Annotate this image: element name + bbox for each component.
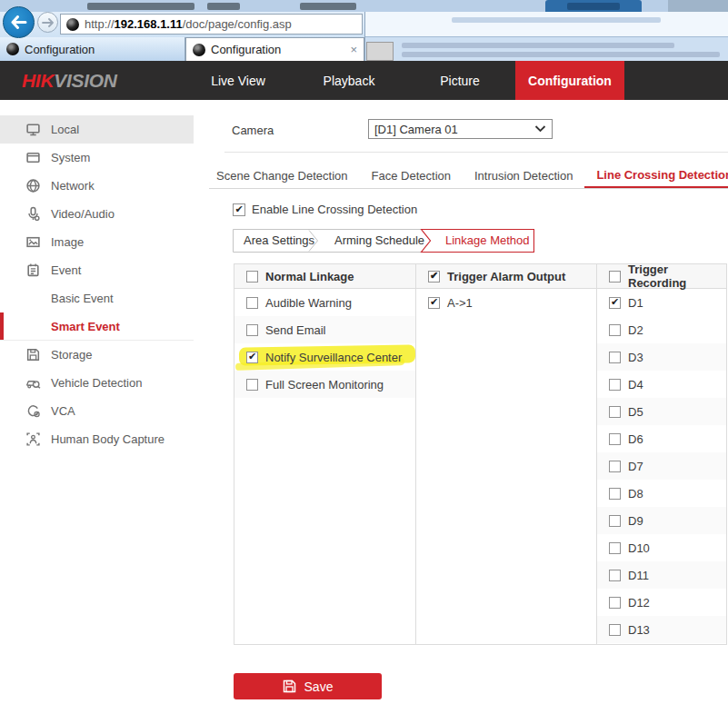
column-header: Normal Linkage: [234, 264, 415, 289]
row-checkbox[interactable]: [609, 488, 621, 500]
column-header-checkbox[interactable]: [609, 271, 621, 283]
camera-select[interactable]: [D1] Camera 01: [368, 119, 553, 139]
row-checkbox[interactable]: [246, 324, 258, 336]
sidebar-item-vehicle-detection[interactable]: Vehicle Detection: [0, 369, 194, 397]
sidebar-item-system[interactable]: System: [0, 144, 194, 172]
row-d4: D4: [597, 371, 726, 398]
column-rows: D1 D2 D3 D4 D5 D6 D7 D8: [597, 289, 726, 643]
row-checkbox[interactable]: [609, 324, 621, 336]
address-bar[interactable]: http://192.168.1.11/doc/page/config.asp: [60, 14, 363, 35]
enable-checkbox[interactable]: [233, 203, 245, 216]
row-label: A->1: [447, 296, 473, 310]
column-header-label: Normal Linkage: [265, 270, 354, 283]
row-checkbox[interactable]: [609, 461, 621, 472]
step-arming-schedule[interactable]: Arming Schedule: [334, 233, 424, 247]
vehicle-icon: [25, 375, 41, 391]
save-button[interactable]: Save: [234, 673, 382, 699]
row-checkbox[interactable]: [609, 406, 621, 418]
column-rows: Audible Warning Send Email Notify Survei…: [234, 289, 415, 398]
column-trigger-recording: Trigger Recording D1 D2 D3 D4 D5 D6 D7: [597, 264, 726, 644]
tab-scene-change-detection[interactable]: Scene Change Detection: [216, 164, 360, 188]
main-content: Camera [D1] Camera 01 Scene Change Detec…: [194, 100, 728, 704]
sidebar-item-smart-event[interactable]: Smart Event: [0, 312, 194, 341]
browser-forward-button[interactable]: [37, 12, 58, 33]
row-checkbox[interactable]: [609, 297, 621, 309]
row-checkbox[interactable]: [609, 597, 621, 609]
row-checkbox[interactable]: [246, 379, 258, 391]
row-label: D9: [628, 514, 643, 528]
browser-back-button[interactable]: [3, 6, 35, 38]
enable-label: Enable Line Crossing Detection: [252, 203, 417, 216]
column-header-checkbox[interactable]: [246, 271, 258, 283]
background-window-title: [87, 3, 194, 10]
row-label: Full Screen Monitoring: [265, 378, 384, 392]
app-navbar: HIKVISION Live ViewPlaybackPictureConfig…: [0, 61, 728, 100]
nav-item-live-view[interactable]: Live View: [183, 61, 294, 100]
sidebar-item-storage[interactable]: Storage: [0, 341, 194, 369]
background-window-edge: [668, 0, 728, 12]
row-checkbox[interactable]: [609, 624, 621, 636]
sidebar-item-human-body-capture[interactable]: Human Body Capture: [0, 425, 194, 453]
row-label: D3: [628, 351, 643, 364]
enable-row: Enable Line Crossing Detection: [233, 203, 417, 216]
vca-icon: [25, 403, 41, 419]
row-d1: D1: [597, 289, 726, 316]
tab-title: Configuration: [25, 43, 95, 56]
monitor-icon: [25, 122, 41, 137]
row-d13: D13: [597, 616, 726, 643]
nav-item-picture[interactable]: Picture: [404, 61, 515, 100]
row-checkbox[interactable]: [609, 570, 621, 581]
sidebar-item-vca[interactable]: VCA: [0, 397, 194, 425]
column-header-checkbox[interactable]: [428, 271, 440, 283]
row-checkbox[interactable]: [246, 352, 258, 363]
sidebar-item-label: Image: [51, 235, 84, 249]
sidebar-item-label: Event: [51, 263, 81, 277]
row-d2: D2: [597, 316, 726, 343]
row-checkbox[interactable]: [609, 433, 621, 445]
row-checkbox[interactable]: [428, 297, 440, 309]
sidebar-item-video-audio[interactable]: Video/Audio: [0, 200, 194, 228]
sidebar-item-local[interactable]: Local: [0, 115, 194, 144]
detection-tabs: Scene Change DetectionFace DetectionIntr…: [216, 164, 728, 188]
sidebar-item-basic-event[interactable]: Basic Event: [0, 284, 194, 312]
sidebar-item-network[interactable]: Network: [0, 172, 194, 200]
row-d11: D11: [597, 561, 726, 589]
row-checkbox[interactable]: [609, 379, 621, 391]
hikvision-favicon: [6, 43, 19, 55]
linkage-steps: Area Settings Arming Schedule Linkage Me…: [233, 229, 534, 253]
column-header-label: Trigger Alarm Output: [447, 270, 565, 283]
image-icon: [25, 234, 41, 250]
divider: [224, 152, 728, 153]
forward-arrow-icon: [42, 18, 54, 27]
sidebar-item-image[interactable]: Image: [0, 228, 194, 256]
hikvision-logo: HIKVISION: [22, 70, 117, 92]
tab-intrusion-detection[interactable]: Intrusion Detection: [463, 164, 584, 188]
sidebar-item-label: System: [51, 151, 90, 164]
linkage-table: Normal Linkage Audible Warning Send Emai…: [234, 263, 727, 645]
row-label: D8: [628, 487, 643, 501]
column-header: Trigger Alarm Output: [416, 264, 596, 289]
sidebar-item-event[interactable]: Event: [0, 256, 194, 284]
nav-item-configuration[interactable]: Configuration: [515, 61, 624, 100]
sidebar-item-label: Basic Event: [51, 292, 114, 305]
screen: http://192.168.1.11/doc/page/config.asp …: [0, 0, 728, 704]
sidebar-item-label: Smart Event: [51, 320, 120, 333]
nav-item-playback[interactable]: Playback: [294, 61, 404, 100]
background-window-text: [452, 17, 661, 23]
row-label: D4: [628, 378, 643, 392]
microphone-icon: [25, 206, 41, 222]
browser-tab-configuration[interactable]: Configuration: [0, 37, 185, 61]
row-d7: D7: [597, 452, 726, 480]
tab-close-icon[interactable]: ×: [350, 44, 357, 55]
row-label: D10: [628, 541, 650, 555]
row-checkbox[interactable]: [609, 515, 621, 527]
row-checkbox[interactable]: [246, 297, 258, 309]
sidebar-item-label: Network: [51, 179, 95, 193]
row-checkbox[interactable]: [609, 542, 621, 554]
step-area-settings[interactable]: Area Settings: [244, 233, 314, 247]
tab-face-detection[interactable]: Face Detection: [360, 164, 463, 188]
step-linkage-method[interactable]: Linkage Method: [445, 233, 530, 247]
tab-line-crossing-detection[interactable]: Line Crossing Detection: [584, 164, 728, 188]
browser-tab-configuration-active[interactable]: Configuration ×: [185, 37, 364, 61]
row-checkbox[interactable]: [609, 352, 621, 363]
